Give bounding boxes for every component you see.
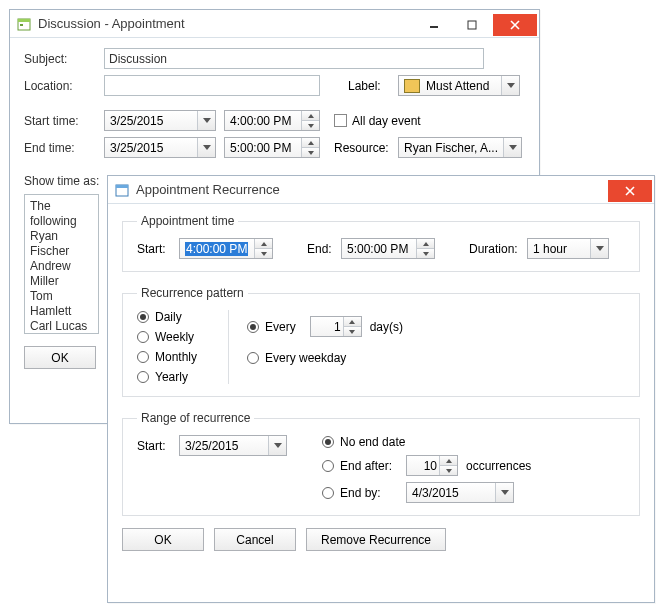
end-time-spinner[interactable]: 5:00:00 PM [224, 137, 320, 158]
appointment-time-group: Appointment time Start: 4:00:00 PM End: … [122, 214, 640, 272]
start-time-spinner[interactable]: 4:00:00 PM [224, 110, 320, 131]
radio-every-weekday[interactable] [247, 352, 259, 364]
svg-rect-4 [468, 21, 476, 29]
show-as-label: Show time as: [24, 174, 104, 188]
label-label: Label: [348, 79, 398, 93]
label-color-swatch [404, 79, 420, 93]
all-day-checkbox[interactable] [334, 114, 347, 127]
radio-monthly[interactable] [137, 351, 149, 363]
recurrence-icon [114, 182, 130, 198]
subject-input[interactable] [104, 48, 484, 69]
recur-start-time-spinner[interactable]: 4:00:00 PM [179, 238, 273, 259]
minimize-button[interactable] [417, 14, 451, 36]
duration-dropdown[interactable]: 1 hour [527, 238, 609, 259]
range-start-date-picker[interactable]: 3/25/2015 [179, 435, 287, 456]
location-input[interactable] [104, 75, 320, 96]
calendar-icon [16, 16, 32, 32]
end-time-label: End time: [24, 141, 104, 155]
svg-rect-8 [116, 185, 128, 188]
cancel-button[interactable]: Cancel [214, 528, 296, 551]
close-button[interactable] [493, 14, 537, 36]
duration-label: Duration: [469, 242, 527, 256]
subject-label: Subject: [24, 52, 104, 66]
all-day-label: All day event [352, 114, 421, 128]
resource-dropdown[interactable]: Ryan Fischer, A... [398, 137, 522, 158]
recurrence-window: Appointment Recurrence Appointment time … [107, 175, 655, 603]
radio-weekly[interactable] [137, 331, 149, 343]
end-label: End: [307, 242, 341, 256]
radio-end-by[interactable] [322, 487, 334, 499]
start-time-label: Start time: [24, 114, 104, 128]
label-dropdown[interactable]: Must Attend [398, 75, 520, 96]
maximize-button[interactable] [455, 14, 489, 36]
close-button[interactable] [608, 180, 652, 202]
remove-recurrence-button[interactable]: Remove Recurrence [306, 528, 446, 551]
window-title: Appointment Recurrence [136, 182, 606, 197]
recurrence-pattern-group: Recurrence pattern Daily Weekly Monthly … [122, 286, 640, 397]
range-start-label: Start: [137, 439, 179, 453]
radio-no-end[interactable] [322, 436, 334, 448]
radio-daily[interactable] [137, 311, 149, 323]
ok-button[interactable]: OK [24, 346, 96, 369]
location-label: Location: [24, 79, 104, 93]
form-area: Appointment time Start: 4:00:00 PM End: … [108, 204, 654, 563]
titlebar: Appointment Recurrence [108, 176, 654, 204]
resource-label: Resource: [334, 141, 398, 155]
memo-area[interactable]: The following Ryan Fischer Andrew Miller… [24, 194, 99, 334]
every-n-spinner[interactable]: 1 [310, 316, 362, 337]
range-of-recurrence-group: Range of recurrence Start: 3/25/2015 No … [122, 411, 640, 516]
titlebar: Discussion - Appointment [10, 10, 539, 38]
radio-every-n[interactable] [247, 321, 259, 333]
ok-button[interactable]: OK [122, 528, 204, 551]
window-title: Discussion - Appointment [38, 16, 415, 31]
radio-end-after[interactable] [322, 460, 334, 472]
end-after-spinner[interactable]: 10 [406, 455, 458, 476]
recur-end-time-spinner[interactable]: 5:00:00 PM [341, 238, 435, 259]
svg-rect-2 [20, 24, 23, 26]
start-date-picker[interactable]: 3/25/2015 [104, 110, 216, 131]
end-date-picker[interactable]: 3/25/2015 [104, 137, 216, 158]
label-value: Must Attend [426, 79, 489, 93]
svg-rect-1 [18, 19, 30, 22]
start-label: Start: [137, 242, 179, 256]
end-by-date-picker[interactable]: 4/3/2015 [406, 482, 514, 503]
radio-yearly[interactable] [137, 371, 149, 383]
